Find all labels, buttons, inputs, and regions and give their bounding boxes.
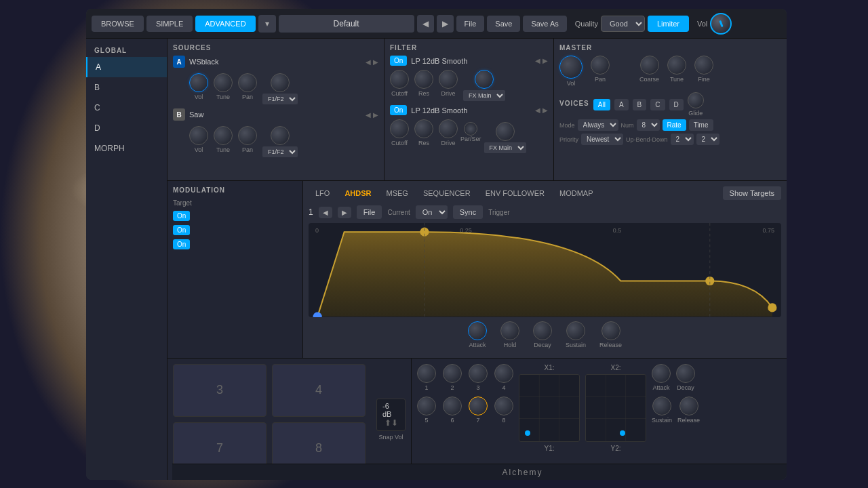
sidebar-item-c[interactable]: C: [86, 98, 167, 118]
env-follower-tab[interactable]: ENV FOLLOWER: [479, 186, 551, 200]
num-select[interactable]: 8: [637, 119, 660, 131]
mod-on-2-button[interactable]: On: [173, 225, 190, 235]
voices-a-button[interactable]: A: [614, 99, 629, 110]
master-coarse-knob[interactable]: [640, 56, 659, 75]
x2-pad[interactable]: [585, 374, 646, 442]
filter2-fxmain-select[interactable]: FX Main: [484, 142, 526, 153]
env-next-button[interactable]: ▶: [338, 207, 351, 218]
vol-knob[interactable]: [710, 13, 732, 35]
save-button[interactable]: Save: [487, 16, 520, 32]
voices-d-button[interactable]: D: [669, 99, 684, 110]
voices-c-button[interactable]: C: [650, 99, 665, 110]
source-a-vol-knob[interactable]: [189, 73, 208, 92]
sidebar-item-d[interactable]: D: [86, 118, 167, 138]
filter1-fxmain-knob[interactable]: [475, 70, 494, 89]
source-a-f1f2-select[interactable]: F1/F2: [262, 94, 298, 104]
env-on-select[interactable]: On: [416, 205, 448, 219]
morph-knob-5[interactable]: [417, 396, 436, 415]
decay-knob[interactable]: [533, 321, 552, 340]
filter2-fxmain-knob[interactable]: [496, 122, 515, 141]
priority-select[interactable]: Newest: [581, 134, 623, 145]
master-pan-knob[interactable]: [591, 56, 610, 75]
hold-knob[interactable]: [500, 321, 519, 340]
filter1-cutoff-knob[interactable]: [390, 70, 409, 89]
par-ser-knob[interactable]: [464, 122, 477, 136]
source-b-vol-knob[interactable]: [189, 126, 208, 145]
sync-button[interactable]: Sync: [453, 205, 483, 219]
ahdsr-tab[interactable]: AHDSR: [338, 186, 378, 200]
pad-4[interactable]: 4: [272, 364, 366, 417]
bend-down-select[interactable]: 2: [696, 134, 719, 145]
advanced-button[interactable]: ADVANCED: [195, 16, 255, 32]
file-button[interactable]: File: [456, 16, 485, 32]
prev-preset-button[interactable]: ◀: [417, 15, 434, 33]
limiter-button[interactable]: Limiter: [648, 16, 689, 32]
preset-arrow-button[interactable]: ▾: [258, 15, 276, 33]
next-preset-button[interactable]: ▶: [437, 15, 454, 33]
filter1-fxmain-select[interactable]: FX Main: [463, 90, 505, 101]
source-a-pan-knob[interactable]: [238, 73, 257, 92]
r-attack-knob[interactable]: [652, 364, 671, 383]
sustain-knob[interactable]: [566, 321, 585, 340]
filter1-on-button[interactable]: On: [390, 56, 407, 66]
filter2-res-knob[interactable]: [414, 119, 433, 138]
sidebar-item-morph[interactable]: MORPH: [86, 138, 167, 159]
master-vol-knob[interactable]: [559, 56, 583, 79]
morph-knob-1[interactable]: [417, 364, 436, 383]
filter1-arrows[interactable]: ◀ ▶: [535, 57, 548, 64]
glide-knob[interactable]: [688, 92, 704, 108]
morph-knob-3[interactable]: [469, 364, 488, 383]
source-b-arrows[interactable]: ◀ ▶: [366, 111, 378, 119]
snap-vol-arrows[interactable]: ⬆⬇: [384, 418, 398, 428]
release-knob[interactable]: [601, 321, 620, 340]
modmap-tab[interactable]: MODMAP: [553, 186, 600, 200]
sidebar-item-b[interactable]: B: [86, 77, 167, 98]
save-as-button[interactable]: Save As: [523, 16, 566, 32]
lfo-tab[interactable]: LFO: [309, 186, 336, 200]
source-b-f1f2-knob[interactable]: [271, 126, 290, 145]
filter2-drive-knob[interactable]: [439, 119, 458, 138]
bend-up-select[interactable]: 2: [671, 134, 694, 145]
mode-select[interactable]: Always: [578, 119, 618, 131]
browse-button[interactable]: BROWSE: [92, 16, 144, 32]
sidebar-item-a[interactable]: A: [86, 57, 167, 77]
voices-b-button[interactable]: B: [633, 99, 647, 110]
filter2-on-button[interactable]: On: [390, 105, 407, 115]
mod-on-1-button[interactable]: On: [173, 211, 190, 221]
preset-name-input[interactable]: [279, 15, 414, 33]
mseg-tab[interactable]: MSEG: [380, 186, 415, 200]
filter1-res-knob[interactable]: [414, 70, 433, 89]
source-b-f1f2-select[interactable]: F1/F2: [262, 146, 298, 157]
morph-knob-7[interactable]: [469, 396, 488, 415]
source-b-pan-knob[interactable]: [238, 126, 257, 145]
master-fine-knob[interactable]: [694, 56, 713, 75]
mod-on-3-button[interactable]: On: [173, 239, 190, 249]
rate-button[interactable]: Rate: [663, 119, 686, 131]
x1-pad[interactable]: [519, 374, 580, 442]
attack-knob[interactable]: [468, 321, 487, 340]
simple-button[interactable]: SIMPLE: [146, 16, 193, 32]
source-a-tune-knob[interactable]: [214, 73, 233, 92]
r-sustain-knob[interactable]: [652, 396, 671, 415]
filter1-drive-knob[interactable]: [439, 70, 458, 89]
morph-knob-8[interactable]: [494, 396, 513, 415]
r-decay-knob[interactable]: [676, 364, 695, 383]
show-targets-button[interactable]: Show Targets: [723, 186, 781, 200]
sequencer-tab[interactable]: SEQUENCER: [416, 186, 477, 200]
r-release-knob[interactable]: [679, 396, 698, 415]
morph-knob-4[interactable]: [494, 364, 513, 383]
env-file-button[interactable]: File: [357, 205, 382, 219]
source-b-tune-knob[interactable]: [214, 126, 233, 145]
filter2-arrows[interactable]: ◀ ▶: [535, 106, 548, 114]
morph-knob-2[interactable]: [443, 364, 462, 383]
time-button[interactable]: Time: [689, 119, 713, 131]
morph-knob-6[interactable]: [443, 396, 462, 415]
env-prev-button[interactable]: ◀: [319, 207, 332, 218]
source-a-f1f2-knob[interactable]: [271, 73, 290, 92]
filter2-cutoff-knob[interactable]: [390, 119, 409, 138]
voices-all-button[interactable]: All: [593, 99, 610, 110]
master-tune-knob[interactable]: [667, 56, 686, 75]
pad-3[interactable]: 3: [173, 364, 267, 417]
quality-select[interactable]: Good: [601, 16, 645, 32]
source-a-arrows[interactable]: ◀ ▶: [366, 58, 378, 66]
